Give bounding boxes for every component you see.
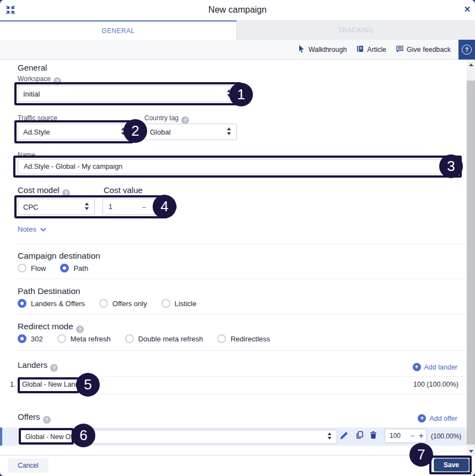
question-icon[interactable]: ?	[76, 325, 84, 333]
cost-value-input[interactable]	[103, 202, 134, 211]
toolbar-links: Walkthrough Article Give feedback	[298, 40, 451, 60]
select-spinner-icon	[84, 202, 89, 212]
radio-flow[interactable]: Flow	[18, 264, 46, 272]
plus-circle-icon: +	[413, 363, 421, 371]
path-destination-heading: Path Destination	[18, 286, 80, 296]
radio-circle[interactable]	[18, 334, 26, 343]
offer-row-accent	[0, 427, 2, 446]
notes-toggle[interactable]: Notes	[18, 225, 46, 233]
radio-double-meta-refresh[interactable]: Double meta refresh	[125, 334, 203, 343]
radio-path[interactable]: Path	[60, 264, 88, 272]
radio-circle[interactable]	[125, 334, 134, 343]
annotation-badge-7: 7	[409, 443, 433, 467]
modal-corner	[0, 472, 4, 476]
chevron-down-icon	[40, 225, 46, 233]
annotation-badge-6: 6	[72, 424, 95, 447]
question-icon[interactable]: ?	[181, 116, 189, 124]
cursor-icon	[298, 45, 305, 55]
radio-landers-offers[interactable]: Landers & Offers	[18, 299, 85, 308]
cost-value-label: Cost value	[104, 185, 143, 195]
divider	[17, 314, 466, 314]
edit-pencil-icon[interactable]	[340, 431, 348, 442]
radio-circle[interactable]	[60, 264, 69, 272]
traffic-source-select[interactable]: Ad.Style	[18, 124, 131, 140]
question-icon[interactable]: ?	[62, 189, 70, 197]
tab-general[interactable]: GENERAL	[0, 20, 237, 40]
radio-302[interactable]: 302	[18, 334, 43, 343]
country-tag-label: Country tag?	[144, 114, 189, 124]
modal-corner	[471, 472, 475, 476]
add-offer-button[interactable]: + Add offer	[418, 414, 457, 422]
radio-circle[interactable]	[57, 334, 66, 343]
footer-divider	[0, 455, 475, 456]
radio-circle[interactable]	[161, 299, 170, 308]
country-tag-select[interactable]: Global	[144, 124, 237, 140]
offer-weight-stepper: − +	[385, 429, 427, 443]
lander-row-index: 1.	[10, 381, 15, 388]
walkthrough-button[interactable]: Walkthrough	[298, 45, 347, 55]
modal-corner	[0, 0, 4, 4]
lander-row-value[interactable]: Global - New Lander	[22, 381, 82, 388]
question-icon[interactable]: ?	[43, 416, 51, 424]
offer-share: (100.00%)	[431, 432, 461, 440]
name-input[interactable]	[18, 159, 458, 174]
radio-redirectless[interactable]: Redirectless	[217, 334, 270, 343]
modal-corner	[471, 0, 475, 4]
cost-model-label: Cost model?	[18, 185, 70, 197]
general-heading: General	[18, 63, 47, 72]
workspace-label: Workspace?	[18, 75, 61, 85]
divider	[17, 350, 466, 351]
radio-circle[interactable]	[18, 299, 26, 308]
annotation-badge-3: 3	[439, 154, 463, 178]
path-destination-radios: Landers & Offers Offers only Listicle	[18, 299, 196, 308]
traffic-source-label: Traffic source	[18, 114, 57, 122]
offer-minus-button[interactable]: −	[410, 431, 414, 440]
radio-meta-refresh[interactable]: Meta refresh	[57, 334, 111, 343]
close-icon[interactable]: ✕	[462, 4, 473, 15]
annotation-badge-2: 2	[123, 119, 147, 143]
scrollbar-thumb[interactable]	[467, 81, 475, 445]
radio-circle[interactable]	[217, 334, 226, 343]
help-icon: ?	[462, 45, 472, 55]
select-spinner-icon	[327, 432, 332, 441]
redirect-mode-heading: Redirect mode?	[18, 322, 84, 333]
offer-plus-button[interactable]: +	[419, 431, 423, 440]
add-lander-button[interactable]: + Add lander	[413, 363, 457, 371]
radio-listicle[interactable]: Listicle	[161, 299, 197, 308]
page-title: New campaign	[0, 5, 475, 15]
divider	[17, 279, 466, 279]
tab-tracking[interactable]: TRACKING	[237, 20, 475, 40]
annotation-badge-1: 1	[229, 83, 253, 106]
book-icon	[357, 45, 364, 54]
give-feedback-button[interactable]: Give feedback	[396, 45, 451, 54]
radio-offers-only[interactable]: Offers only	[99, 299, 147, 308]
name-label: Name	[18, 151, 35, 159]
offer-select[interactable]: Global - New Offer	[20, 430, 337, 444]
question-icon[interactable]: ?	[53, 77, 61, 85]
campaign-destination-radios: Flow Path	[18, 264, 88, 272]
new-campaign-modal: New campaign ✕ GENERAL TRACKING Walkthro…	[0, 0, 475, 476]
cancel-button[interactable]: Cancel	[8, 458, 48, 473]
landers-heading: Landers?	[18, 360, 58, 372]
radio-circle[interactable]	[18, 264, 26, 272]
cost-model-select[interactable]: CPC	[18, 199, 95, 215]
select-spinner-icon	[226, 127, 231, 137]
duplicate-icon[interactable]	[355, 431, 364, 441]
offers-heading: Offers?	[18, 412, 51, 424]
radio-circle[interactable]	[99, 299, 108, 308]
annotation-badge-5: 5	[76, 373, 100, 397]
workspace-select[interactable]: Initial	[18, 85, 237, 102]
offer-weight-input[interactable]	[385, 431, 407, 440]
delete-trash-icon[interactable]	[369, 431, 377, 441]
cost-minus-button[interactable]: −	[142, 202, 147, 212]
scrollbar-down-arrow[interactable]	[467, 447, 475, 455]
article-button[interactable]: Article	[357, 45, 386, 54]
save-button[interactable]: Save	[434, 458, 469, 472]
campaign-destination-heading: Campaign destination	[18, 251, 100, 261]
help-button[interactable]: ?	[458, 40, 475, 60]
annotation-badge-4: 4	[153, 195, 176, 218]
feedback-bubble-icon	[396, 45, 403, 54]
redirect-mode-radios: 302 Meta refresh Double meta refresh Red…	[18, 334, 270, 343]
scrollbar-up-arrow[interactable]	[467, 61, 475, 68]
question-icon[interactable]: ?	[50, 364, 58, 372]
